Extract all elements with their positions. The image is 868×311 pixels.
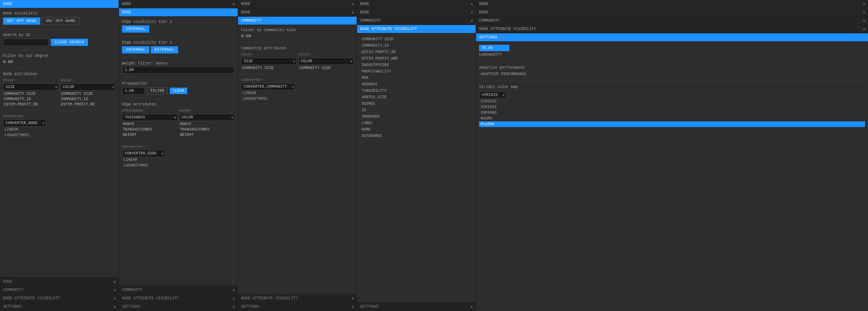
n-size-select[interactable]: SIZE <box>3 83 59 91</box>
magma-option[interactable]: MAGMA <box>479 116 865 121</box>
weight-filter-input[interactable] <box>122 66 235 74</box>
edge-vis-tier2-section: Edge visibility tier 2 INTERNAL EXTERNAL <box>122 41 235 53</box>
vis-outdegree[interactable]: OUTDEGREE <box>360 133 473 139</box>
tab3-node-attr-vis-bottom[interactable]: NODE ATTRIBUTE VISIBILITY▲ <box>238 294 357 303</box>
filter-out-degree-section: Filter by out degree 0.00 <box>3 54 116 64</box>
n-converter-linear[interactable]: LINEAR <box>3 127 116 132</box>
panel3-tab-bar: NODE▲ EDGE▲ COMMUNITY▼ <box>238 0 357 25</box>
vis-roa[interactable]: ROA <box>360 75 473 81</box>
external-tier2-button[interactable]: EXTERNAL <box>151 46 178 53</box>
e-converter-linear[interactable]: LINEAR <box>122 157 235 163</box>
e-thickness-select[interactable]: THICKNESS <box>122 114 178 121</box>
c-converter-linear[interactable]: LINEAR <box>241 90 354 96</box>
vis-name[interactable]: NAME <box>360 127 473 132</box>
tab2-node-attr-vis-bottom[interactable]: NODE ATTRIBUTE VISIBILITY▲ <box>119 294 238 303</box>
search-input[interactable] <box>3 39 49 46</box>
community-attributes-label: Community attributes <box>241 46 354 50</box>
c-converter-logarithmic[interactable]: LOGARITHMIC <box>241 96 354 102</box>
node-attributes-label: Node attributes <box>3 72 116 76</box>
panel2-content: Edge visibility tier 1 INTERNAL Edge vis… <box>119 17 238 286</box>
luminosity-section: LUMINOSITY <box>479 45 865 58</box>
n-converter-logarithmic[interactable]: LOGARITHMIC <box>3 132 116 138</box>
e-color-select[interactable]: COLOR <box>179 114 235 121</box>
tab2-settings-bottom[interactable]: SETTINGS▲ <box>119 303 238 311</box>
tab2-edge[interactable]: EDGE▼ <box>119 8 238 17</box>
tab3-community[interactable]: COMMUNITY▼ <box>238 17 357 25</box>
tab4-settings-bottom[interactable]: SETTINGS▲ <box>357 303 476 311</box>
vis-estim-profit-wre[interactable]: ESTIM.PROFIT_WRE <box>360 56 473 61</box>
tab-edge-bottom[interactable]: EDGE▲ <box>0 278 119 286</box>
vis-estim-profit-re[interactable]: ESTIM.PROFIT_RE <box>360 49 473 55</box>
panel4-bottom-tabs: SETTINGS▲ <box>357 302 476 311</box>
tab5-community[interactable]: COMMUNITY▲ <box>476 17 868 25</box>
c-size-select[interactable]: SIZE <box>241 58 297 65</box>
vis-vertex-size[interactable]: VERTEX_SIZE <box>360 94 473 100</box>
tab4-node[interactable]: NODE▲ <box>357 0 476 8</box>
tab4-edge[interactable]: EDGE▲ <box>357 8 476 17</box>
tab4-node-attr-vis[interactable]: NODE ATTRIBUTE VISIBILITY▼ <box>357 25 476 33</box>
propagation-input[interactable] <box>122 87 145 94</box>
tab3-edge[interactable]: EDGE▲ <box>238 8 357 17</box>
n-color-label: nColor: <box>60 79 116 82</box>
e-thickness-label: eThickness: <box>122 109 178 113</box>
c-color-select-wrapper: COLOR ▼ <box>298 58 354 65</box>
filter-community-size-value: 0.00 <box>241 34 354 38</box>
vis-community-id[interactable]: COMMUNITY_ID <box>360 43 473 49</box>
tab3-node[interactable]: NODE▲ <box>238 0 357 8</box>
tab2-node[interactable]: NODE▲ <box>119 0 238 8</box>
tab-node-attr-visibility-bottom[interactable]: NODE ATTRIBUTE VISIBILITY▲ <box>0 294 119 303</box>
vis-indegree[interactable]: INDEGREE <box>360 114 473 119</box>
tab-community-bottom[interactable]: COMMUNITY▲ <box>0 286 119 294</box>
tab5-node[interactable]: NODE▲ <box>476 0 868 8</box>
e-color-select-wrapper: COLOR ▼ <box>179 114 235 121</box>
adaptive-performance-value[interactable]: ADAPTIVE PERFORMANCE <box>479 71 865 77</box>
tab4-community[interactable]: COMMUNITY▲ <box>357 17 476 25</box>
panel1-tab-bar: NODE ▼ <box>0 0 119 8</box>
n-color-select[interactable]: COLOR <box>60 83 116 91</box>
clear-propagation-button[interactable]: CLEAR <box>170 88 187 94</box>
filter-button[interactable]: FILTER <box>147 87 168 94</box>
n-color-estim: ESTIM.PROFIT_RE <box>60 102 116 107</box>
vis-segment[interactable]: SEGMENT <box>360 82 473 87</box>
internal-tier1-button[interactable]: INTERNAL <box>122 25 149 33</box>
viridis-option-2[interactable]: VIRIDIS <box>479 104 865 110</box>
tab3-settings-bottom[interactable]: SETTINGS▲ <box>238 303 357 311</box>
c-size-col: cSize: SIZE ▼ COMMUNITY SIZE <box>241 53 297 70</box>
vis-label[interactable]: LABEL <box>360 120 473 126</box>
tab-node[interactable]: NODE ▼ <box>0 0 119 8</box>
tab5-node-attr-vis[interactable]: NODE ATTRIBUTE VISIBILITY▲ <box>476 25 868 33</box>
panel5-tab-bar: NODE▲ EDGE▲ COMMUNITY▲ NODE ATTRIBUTE VI… <box>476 0 868 42</box>
vis-tangibility[interactable]: TANGIBILITY <box>360 88 473 94</box>
c-converter-select[interactable]: CONVERTER_COMMUNITY <box>241 83 295 90</box>
divider-e4 <box>122 98 235 99</box>
vis-community-size[interactable]: COMMUNITY SIZE <box>360 36 473 42</box>
on-off-name-button[interactable]: ON/ OFF NAME <box>42 17 80 25</box>
panel-community: NODE▲ EDGE▲ COMMUNITY▼ Filter by communi… <box>238 0 357 311</box>
vis-profitability[interactable]: PROFITABILITY <box>360 69 473 74</box>
e-converter-select[interactable]: CONVERTER_EDGE <box>122 150 165 157</box>
luminosity-input[interactable] <box>479 45 509 51</box>
tab5-settings[interactable]: SETTINGS▼ <box>476 33 868 42</box>
vis-industrycode[interactable]: INDUSTRYCODE <box>360 62 473 68</box>
viridis-option-1[interactable]: VIRIDIS <box>479 99 865 104</box>
clear-search-button[interactable]: CLEAR SEARCH <box>51 39 88 46</box>
c-converter-label: cConverter: <box>241 78 354 82</box>
propagation-row: FILTER CLEAR <box>122 87 235 94</box>
weight-filter-label: Weight filter: monto <box>122 61 235 66</box>
inferno-option[interactable]: INFERNO <box>479 110 865 116</box>
plasma-option[interactable]: PLASMA <box>479 121 865 127</box>
internal-tier2-button[interactable]: INTERNAL <box>122 46 149 53</box>
filter-community-size-section: Filter by community size 0.00 <box>241 28 354 38</box>
tab5-edge[interactable]: EDGE▲ <box>476 8 868 17</box>
e-color-label: eColor: <box>179 109 235 113</box>
on-off-node-button[interactable]: ON/ OFF NODE <box>3 17 40 25</box>
vis-id[interactable]: ID <box>360 107 473 113</box>
tab2-community-bottom[interactable]: COMMUNITY▲ <box>119 286 238 294</box>
e-converter-logarithmic[interactable]: LOGARITHMIC <box>122 163 235 168</box>
tab-settings-bottom[interactable]: SETTINGS▲ <box>0 303 119 311</box>
n-size-label: nSize: <box>3 79 59 82</box>
c-color-select[interactable]: COLOR <box>298 58 354 65</box>
vis-degree[interactable]: DEGREE <box>360 101 473 107</box>
n-converter-select[interactable]: CONVERTER_NODE <box>3 119 46 127</box>
viridis-select[interactable]: VIRIDIS <box>479 91 506 99</box>
